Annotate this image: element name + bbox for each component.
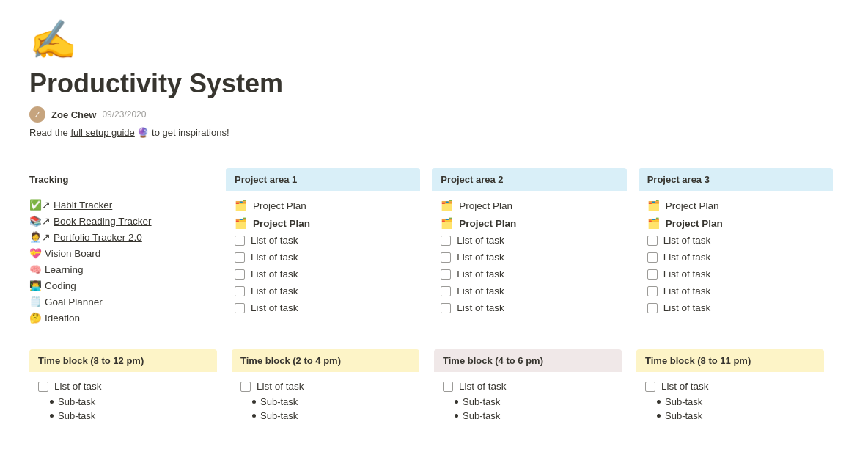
task-item[interactable]: List of task [235, 249, 411, 266]
project-plan-item[interactable]: 🗂️ Project Plan [441, 197, 617, 214]
task-item[interactable]: List of task [647, 299, 824, 316]
project-area-3-column: Project area 3 🗂️ Project Plan 🗂️ Projec… [633, 168, 839, 326]
tracking-item-coding[interactable]: 👨‍💻Coding [29, 277, 211, 294]
page-meta: Z Zoe Chew 09/23/2020 [29, 106, 839, 123]
task-checkbox[interactable] [235, 236, 245, 246]
tracking-item-vision[interactable]: 💝Vision Board [29, 245, 211, 261]
page-icon: ✍️ [29, 18, 839, 62]
task-checkbox[interactable] [235, 252, 245, 263]
task-checkbox[interactable] [647, 303, 658, 313]
tracking-item-portfolio[interactable]: 🧑‍💼↗Portfolio Tracker 2.0 [29, 229, 211, 245]
time-blocks-grid: Time block (8 to 12 pm) List of task Sub… [29, 349, 839, 423]
task-item[interactable]: List of task [647, 266, 824, 282]
task-item[interactable]: List of task [647, 232, 824, 249]
sub-task-item[interactable]: Sub-task [29, 409, 217, 423]
task-item[interactable]: List of task [235, 282, 411, 299]
project-area-2-header: Project area 2 [432, 168, 626, 191]
time-block-3-header: Time block (4 to 6 pm) [434, 349, 622, 372]
task-checkbox[interactable] [235, 269, 245, 280]
task-checkbox[interactable] [235, 303, 245, 313]
project-area-1-column: Project area 1 🗂️ Project Plan 🗂️ Projec… [220, 168, 426, 326]
meta-date: 09/23/2020 [102, 109, 146, 120]
project-area-2-column: Project area 2 🗂️ Project Plan 🗂️ Projec… [426, 168, 632, 326]
tracking-item-ideation[interactable]: 🤔Ideation [29, 310, 211, 326]
tracking-content: ✅↗Habit Tracker 📚↗Book Reading Tracker 🧑… [29, 197, 220, 326]
sub-task-item[interactable]: Sub-task [29, 395, 217, 409]
task-item[interactable]: List of task [441, 282, 617, 299]
sub-task-item[interactable]: Sub-task [636, 395, 824, 409]
main-grid: Tracking ✅↗Habit Tracker 📚↗Book Reading … [29, 168, 839, 326]
task-item[interactable]: List of task [235, 266, 411, 282]
task-checkbox[interactable] [441, 252, 451, 263]
time-block-2: Time block (2 to 4 pm) List of task Sub-… [232, 349, 434, 423]
author-name: Zoe Chew [51, 109, 96, 120]
task-checkbox[interactable] [441, 269, 451, 280]
task-checkbox[interactable] [235, 286, 245, 296]
project-area-1-header: Project area 1 [226, 168, 420, 191]
task-checkbox[interactable] [647, 286, 658, 296]
tracking-item-habit[interactable]: ✅↗Habit Tracker [29, 197, 211, 213]
project-area-2-content: 🗂️ Project Plan 🗂️ Project Plan List of … [432, 197, 626, 316]
time-block-1: Time block (8 to 12 pm) List of task Sub… [29, 349, 232, 423]
task-checkbox[interactable] [647, 269, 658, 280]
sub-task-item[interactable]: Sub-task [434, 395, 622, 409]
task-item[interactable]: List of task [235, 299, 411, 316]
project-plan-item-bold[interactable]: 🗂️ Project Plan [647, 214, 824, 232]
time-block-3: Time block (4 to 6 pm) List of task Sub-… [434, 349, 636, 423]
task-checkbox[interactable] [647, 236, 658, 246]
project-plan-item-bold[interactable]: 🗂️ Project Plan [235, 214, 411, 232]
task-item[interactable]: List of task [647, 282, 824, 299]
task-item[interactable]: List of task [647, 249, 824, 266]
sub-task-item[interactable]: Sub-task [434, 409, 622, 423]
project-plan-item-bold[interactable]: 🗂️ Project Plan [441, 214, 617, 232]
divider [29, 150, 839, 150]
tracking-column: Tracking ✅↗Habit Tracker 📚↗Book Reading … [29, 168, 220, 326]
task-checkbox[interactable] [645, 382, 655, 392]
time-block-task[interactable]: List of task [636, 378, 824, 395]
page-wrapper: ✍️ Productivity System Z Zoe Chew 09/23/… [0, 0, 868, 440]
time-block-1-header: Time block (8 to 12 pm) [29, 349, 217, 372]
time-block-task[interactable]: List of task [434, 378, 622, 395]
time-block-task[interactable]: List of task [232, 378, 419, 395]
task-item[interactable]: List of task [441, 232, 617, 249]
sub-task-item[interactable]: Sub-task [232, 395, 419, 409]
time-block-task[interactable]: List of task [29, 378, 217, 395]
tracking-header: Tracking [29, 168, 220, 191]
task-checkbox[interactable] [240, 382, 251, 392]
time-block-4-header: Time block (8 to 11 pm) [636, 349, 824, 372]
setup-guide-line: Read the full setup guide 🔮 to get inspi… [29, 127, 839, 138]
page-title: Productivity System [29, 68, 839, 99]
task-item[interactable]: List of task [441, 249, 617, 266]
task-checkbox[interactable] [441, 236, 451, 246]
project-area-3-content: 🗂️ Project Plan 🗂️ Project Plan List of … [639, 197, 833, 316]
project-area-3-header: Project area 3 [639, 168, 833, 191]
tracking-item-book[interactable]: 📚↗Book Reading Tracker [29, 213, 211, 229]
time-block-4: Time block (8 to 11 pm) List of task Sub… [636, 349, 839, 423]
sub-task-item[interactable]: Sub-task [636, 409, 824, 423]
tracking-item-goal[interactable]: 🗒️Goal Planner [29, 294, 211, 310]
avatar: Z [29, 106, 45, 123]
time-block-2-header: Time block (2 to 4 pm) [232, 349, 419, 372]
task-item[interactable]: List of task [441, 266, 617, 282]
task-checkbox[interactable] [647, 252, 658, 263]
task-checkbox[interactable] [441, 303, 451, 313]
sub-task-item[interactable]: Sub-task [232, 409, 419, 423]
project-area-1-content: 🗂️ Project Plan 🗂️ Project Plan List of … [226, 197, 420, 316]
tracking-item-learning[interactable]: 🧠Learning [29, 261, 211, 277]
task-item[interactable]: List of task [441, 299, 617, 316]
project-plan-item[interactable]: 🗂️ Project Plan [235, 197, 411, 214]
task-checkbox[interactable] [441, 286, 451, 296]
task-item[interactable]: List of task [235, 232, 411, 249]
project-plan-item[interactable]: 🗂️ Project Plan [647, 197, 824, 214]
setup-guide-link[interactable]: full setup guide [70, 127, 134, 138]
task-checkbox[interactable] [38, 382, 48, 392]
task-checkbox[interactable] [443, 382, 453, 392]
